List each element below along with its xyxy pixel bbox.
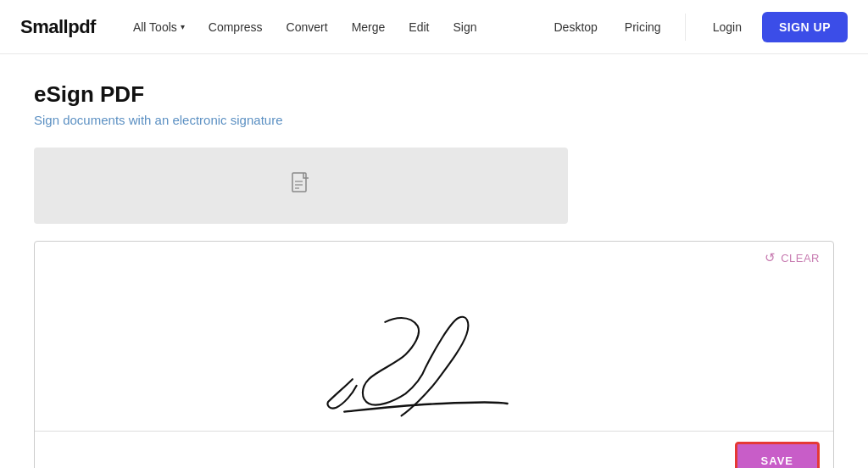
clear-button[interactable]: ↺ CLEAR — [765, 250, 820, 265]
signature-pad[interactable]: ↺ CLEAR SAVE — [34, 241, 834, 468]
page-subtitle: Sign documents with an electronic signat… — [34, 113, 834, 127]
nav-links: All Tools ▾ Compress Convert Merge Edit … — [123, 15, 544, 39]
signature-canvas-area[interactable] — [35, 270, 833, 432]
signature-toolbar: ↺ CLEAR — [35, 242, 833, 270]
save-button[interactable]: SAVE — [735, 442, 820, 468]
nav-convert[interactable]: Convert — [276, 15, 338, 39]
signature-drawing — [35, 270, 833, 431]
nav-merge[interactable]: Merge — [342, 15, 396, 39]
main-content: eSign PDF Sign documents with an electro… — [0, 54, 868, 468]
navbar: Smallpdf All Tools ▾ Compress Convert Me… — [0, 0, 868, 54]
login-button[interactable]: Login — [699, 14, 755, 41]
nav-sign[interactable]: Sign — [442, 15, 487, 39]
nav-pricing[interactable]: Pricing — [615, 15, 671, 39]
navbar-right: Desktop Pricing Login SIGN UP — [544, 12, 849, 42]
nav-all-tools[interactable]: All Tools ▾ — [123, 15, 195, 39]
signature-footer: SAVE — [35, 432, 833, 468]
file-icon — [292, 172, 310, 199]
nav-compress[interactable]: Compress — [198, 15, 273, 39]
navbar-divider — [685, 14, 686, 41]
page-title: eSign PDF — [34, 81, 834, 108]
signup-button[interactable]: SIGN UP — [762, 12, 848, 42]
nav-edit[interactable]: Edit — [398, 15, 439, 39]
chevron-down-icon: ▾ — [181, 22, 185, 31]
file-drop-zone[interactable] — [34, 148, 568, 224]
undo-icon: ↺ — [765, 250, 776, 265]
logo[interactable]: Smallpdf — [20, 16, 96, 38]
nav-desktop[interactable]: Desktop — [544, 15, 608, 39]
